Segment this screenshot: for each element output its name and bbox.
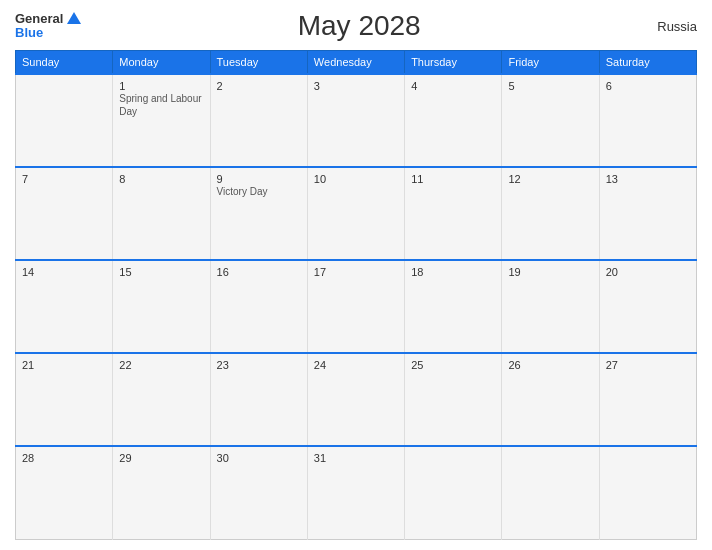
day-number: 17	[314, 266, 398, 278]
cell-week2-day3: 10	[307, 167, 404, 260]
day-number: 18	[411, 266, 495, 278]
cell-week1-day3: 3	[307, 74, 404, 167]
cell-week5-day0: 28	[16, 446, 113, 539]
day-number: 3	[314, 80, 398, 92]
cell-week3-day5: 19	[502, 260, 599, 353]
day-number: 13	[606, 173, 690, 185]
day-number: 4	[411, 80, 495, 92]
country-label: Russia	[637, 19, 697, 34]
col-wednesday: Wednesday	[307, 51, 404, 75]
cell-week5-day3: 31	[307, 446, 404, 539]
week-row-3: 14151617181920	[16, 260, 697, 353]
cell-week1-day4: 4	[405, 74, 502, 167]
cell-week3-day3: 17	[307, 260, 404, 353]
day-number: 6	[606, 80, 690, 92]
day-number: 29	[119, 452, 203, 464]
day-number: 16	[217, 266, 301, 278]
day-number: 25	[411, 359, 495, 371]
day-number: 23	[217, 359, 301, 371]
cell-week4-day5: 26	[502, 353, 599, 446]
cell-week3-day1: 15	[113, 260, 210, 353]
day-number: 27	[606, 359, 690, 371]
col-sunday: Sunday	[16, 51, 113, 75]
page: General Blue May 2028 Russia Sunday Mond…	[0, 0, 712, 550]
day-number: 5	[508, 80, 592, 92]
day-number: 28	[22, 452, 106, 464]
week-row-2: 789Victory Day10111213	[16, 167, 697, 260]
calendar-table: Sunday Monday Tuesday Wednesday Thursday…	[15, 50, 697, 540]
day-event: Spring and Labour Day	[119, 93, 201, 117]
calendar-header: Sunday Monday Tuesday Wednesday Thursday…	[16, 51, 697, 75]
day-number: 30	[217, 452, 301, 464]
day-number: 11	[411, 173, 495, 185]
day-number: 22	[119, 359, 203, 371]
cell-week2-day5: 12	[502, 167, 599, 260]
day-number: 1	[119, 80, 203, 92]
day-number: 24	[314, 359, 398, 371]
cell-week1-day6: 6	[599, 74, 696, 167]
logo-blue-text: Blue	[15, 26, 81, 40]
cell-week4-day4: 25	[405, 353, 502, 446]
col-thursday: Thursday	[405, 51, 502, 75]
day-number: 15	[119, 266, 203, 278]
cell-week3-day2: 16	[210, 260, 307, 353]
cell-week3-day6: 20	[599, 260, 696, 353]
cell-week2-day0: 7	[16, 167, 113, 260]
days-of-week-row: Sunday Monday Tuesday Wednesday Thursday…	[16, 51, 697, 75]
cell-week1-day5: 5	[502, 74, 599, 167]
cell-week5-day2: 30	[210, 446, 307, 539]
day-number: 9	[217, 173, 301, 185]
cell-week5-day6	[599, 446, 696, 539]
week-row-4: 21222324252627	[16, 353, 697, 446]
day-number: 12	[508, 173, 592, 185]
col-friday: Friday	[502, 51, 599, 75]
header: General Blue May 2028 Russia	[15, 10, 697, 42]
day-number: 2	[217, 80, 301, 92]
cell-week3-day4: 18	[405, 260, 502, 353]
cell-week2-day6: 13	[599, 167, 696, 260]
cell-week5-day1: 29	[113, 446, 210, 539]
day-number: 19	[508, 266, 592, 278]
day-number: 26	[508, 359, 592, 371]
month-title: May 2028	[81, 10, 637, 42]
logo: General Blue	[15, 12, 81, 41]
cell-week5-day5	[502, 446, 599, 539]
calendar-body: 1Spring and Labour Day23456789Victory Da…	[16, 74, 697, 540]
cell-week4-day0: 21	[16, 353, 113, 446]
col-tuesday: Tuesday	[210, 51, 307, 75]
day-number: 20	[606, 266, 690, 278]
cell-week4-day1: 22	[113, 353, 210, 446]
day-number: 8	[119, 173, 203, 185]
cell-week2-day2: 9Victory Day	[210, 167, 307, 260]
cell-week5-day4	[405, 446, 502, 539]
day-number: 31	[314, 452, 398, 464]
week-row-5: 28293031	[16, 446, 697, 539]
col-saturday: Saturday	[599, 51, 696, 75]
cell-week4-day3: 24	[307, 353, 404, 446]
cell-week4-day2: 23	[210, 353, 307, 446]
logo-triangle-icon	[67, 12, 81, 24]
cell-week3-day0: 14	[16, 260, 113, 353]
col-monday: Monday	[113, 51, 210, 75]
day-event: Victory Day	[217, 186, 268, 197]
cell-week4-day6: 27	[599, 353, 696, 446]
week-row-1: 1Spring and Labour Day23456	[16, 74, 697, 167]
day-number: 10	[314, 173, 398, 185]
day-number: 14	[22, 266, 106, 278]
cell-week1-day1: 1Spring and Labour Day	[113, 74, 210, 167]
day-number: 7	[22, 173, 106, 185]
cell-week1-day0	[16, 74, 113, 167]
day-number: 21	[22, 359, 106, 371]
cell-week2-day1: 8	[113, 167, 210, 260]
cell-week2-day4: 11	[405, 167, 502, 260]
cell-week1-day2: 2	[210, 74, 307, 167]
logo-general-text: General	[15, 12, 63, 26]
